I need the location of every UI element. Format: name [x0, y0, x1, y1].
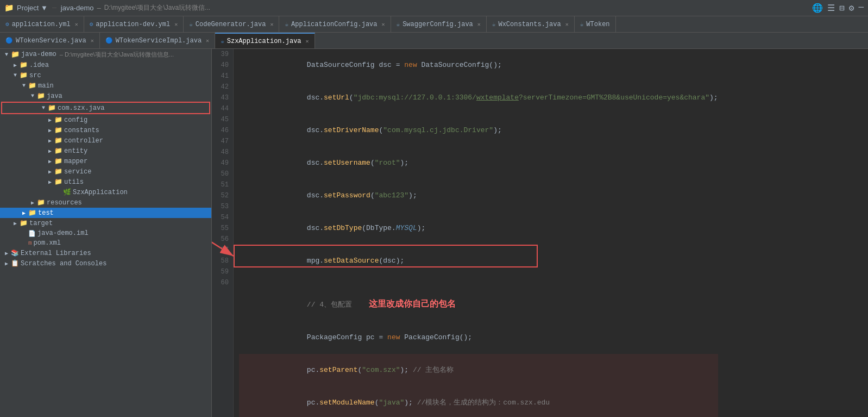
project-icon: 📁 — [4, 3, 14, 13]
tree-item-label: utils — [64, 178, 84, 186]
tree-item-iml[interactable]: ▶ 📄 java-demo.iml — [0, 228, 211, 238]
folder-icon-yellow: 📁 — [54, 157, 62, 165]
tab-close[interactable]: ✕ — [75, 21, 78, 28]
minus-icon[interactable]: ─ — [858, 3, 864, 14]
tab-wtokenservice[interactable]: 🔵 WTokenService.java ✕ — [0, 33, 100, 49]
tab-label: WToken — [586, 21, 609, 28]
folder-icon: 📁 — [11, 50, 20, 59]
tree-item-scratches[interactable]: ▶ 📋 Scratches and Consoles — [0, 258, 211, 269]
yml-icon-dev: ⚙ — [90, 21, 93, 28]
toolbar-icons: 🌐 ☰ ⊟ ⚙ ─ — [812, 3, 864, 14]
java-icon-active: ☕ — [221, 38, 224, 45]
code-line-41: dsc.setDriverName("com.mysql.cj.jdbc.Dri… — [239, 114, 718, 147]
tree-item-constants[interactable]: ▶ 📁 constants — [0, 125, 211, 135]
tab-label: WTokenServiceImpl.java — [116, 37, 202, 45]
arrow-right: ▶ — [46, 169, 54, 175]
tree-item-config[interactable]: ▶ 📁 config — [0, 115, 211, 125]
tab-close[interactable]: ✕ — [306, 38, 309, 45]
folder-icon: 📁 — [20, 61, 28, 69]
code-editor[interactable]: 39 40 41 42 43 44 45 46 47 48 49 50 51 5… — [212, 49, 868, 417]
folder-icon-blue: 📁 — [37, 92, 45, 100]
tab-szxapplication[interactable]: ☕ SzxApplication.java ✕ — [215, 33, 315, 49]
project-path-short: – D:\mygitee\项目大全\Java玩转微信信息... — [60, 51, 174, 59]
tree-item-main[interactable]: ▼ 📁 main — [0, 80, 211, 91]
interface-icon: 🔵 — [105, 37, 113, 44]
tree-item-pom[interactable]: ▶ m pom.xml — [0, 238, 211, 248]
ide-window: 📁 Project ▼ ─ java-demo – D:\mygitee\项目大… — [0, 0, 868, 417]
folder-icon-yellow: 📁 — [20, 219, 28, 227]
tree-item-label: src — [29, 72, 41, 79]
tree-item-java[interactable]: ▼ 📁 java — [0, 91, 211, 101]
code-line-44: dsc.setDbType(DbType.MYSQL); — [239, 212, 718, 245]
tab-close[interactable]: ✕ — [477, 21, 481, 28]
maven-icon: m — [28, 240, 32, 246]
tree-item-external-libs[interactable]: ▶ 📚 External Libraries — [0, 248, 211, 258]
tree-item-src[interactable]: ▼ 📁 src — [0, 70, 211, 80]
spring-icon: 🌿 — [63, 188, 71, 196]
arrow-right: ▶ — [46, 127, 54, 134]
arrow-down: ▼ — [2, 52, 11, 58]
globe-icon[interactable]: 🌐 — [812, 3, 823, 14]
tree-item-label: main — [38, 82, 54, 90]
path-separator: – — [97, 4, 100, 12]
tab-appconfig[interactable]: ☕ ApplicationConfig.java ✕ — [279, 16, 391, 33]
tree-item-label: .idea — [29, 61, 49, 69]
split-icon[interactable]: ⊟ — [839, 3, 845, 14]
tree-item-mapper[interactable]: ▶ 📁 mapper — [0, 156, 211, 166]
tree-item-utils[interactable]: ▶ 📁 utils — [0, 177, 211, 187]
code-container: 39 40 41 42 43 44 45 46 47 48 49 50 51 5… — [212, 49, 868, 417]
tab-close[interactable]: ✕ — [91, 38, 94, 44]
tab-close[interactable]: ✕ — [565, 21, 569, 28]
tree-item-controller[interactable]: ▶ 📁 controller — [0, 135, 211, 146]
tab-close[interactable]: ✕ — [206, 38, 209, 44]
title-bar-left: 📁 Project ▼ ─ java-demo – D:\mygitee\项目大… — [4, 3, 210, 13]
tree-item-label: java-demo — [21, 51, 56, 58]
tree-item-label: test — [38, 209, 54, 217]
tree-item-label: config — [64, 116, 87, 124]
folder-icon-yellow: 📁 — [54, 167, 62, 176]
arrow-right: ▶ — [2, 260, 11, 267]
java-icon: ☕ — [492, 21, 496, 28]
arrow-right: ▶ — [46, 148, 54, 154]
separator1: ─ — [52, 4, 56, 12]
arrow-down: ▼ — [39, 105, 48, 111]
yml-icon: ⚙ — [5, 21, 9, 28]
java-icon: ☕ — [285, 21, 288, 28]
project-label[interactable]: Project ▼ — [17, 4, 48, 12]
tree-item-service[interactable]: ▶ 📁 service — [0, 166, 211, 177]
tree-item-label: target — [29, 220, 53, 227]
tree-item-idea[interactable]: ▶ 📁 .idea — [0, 60, 211, 70]
tree-item-szxapplication[interactable]: ▶ 🌿 SzxApplication — [0, 187, 211, 197]
tab-close[interactable]: ✕ — [270, 21, 273, 28]
tab-application-yml[interactable]: ⚙ application.yml ✕ — [0, 16, 84, 33]
tab-application-dev-yml[interactable]: ⚙ application-dev.yml ✕ — [84, 16, 184, 33]
tree-item-entity[interactable]: ▶ 📁 entity — [0, 146, 211, 156]
tree-item-com-szx-java[interactable]: ▼ 📁 com.szx.java — [1, 102, 210, 114]
tree-item-java-demo[interactable]: ▼ 📁 java-demo – D:\mygitee\项目大全\Java玩转微信… — [0, 49, 211, 60]
tab-close[interactable]: ✕ — [174, 21, 178, 28]
arrow-right: ▶ — [2, 250, 11, 257]
tree-item-test[interactable]: ▶ 📁 test — [0, 208, 211, 218]
tab-bar-2: 🔵 WTokenService.java ✕ 🔵 WTokenServiceIm… — [0, 33, 868, 49]
file-tree-sidebar: ▼ 📁 java-demo – D:\mygitee\项目大全\Java玩转微信… — [0, 49, 212, 417]
libs-icon: 📚 — [11, 249, 19, 257]
title-bar: 📁 Project ▼ ─ java-demo – D:\mygitee\项目大… — [0, 0, 868, 16]
gear-icon[interactable]: ⚙ — [849, 3, 854, 14]
tab-swagger[interactable]: ☕ SwaggerConfig.java ✕ — [391, 16, 487, 33]
tab-wtoken-last[interactable]: ☕ WToken — [575, 16, 616, 33]
tab-wxconstants[interactable]: ☕ WxConstants.java ✕ — [487, 16, 575, 33]
tree-item-label: java — [47, 92, 62, 100]
folder-icon-yellow: 📁 — [54, 126, 62, 134]
tab-codegen[interactable]: ☕ CodeGenerator.java ✕ — [184, 16, 279, 33]
tab-wtokenserviceimpl[interactable]: 🔵 WTokenServiceImpl.java ✕ — [100, 33, 215, 49]
code-lines: DataSourceConfig dsc = new DataSourceCon… — [234, 49, 724, 417]
code-line-47: // 4、包配置 这里改成你自己的包名 — [239, 288, 718, 321]
code-line-45: mpg.setDataSource(dsc); — [239, 245, 718, 277]
tree-item-target[interactable]: ▶ 📁 target — [0, 218, 211, 228]
tab-label: application.yml — [12, 21, 71, 28]
tree-item-resources[interactable]: ▶ 📁 resources — [0, 197, 211, 208]
tab-close[interactable]: ✕ — [382, 21, 385, 28]
tree-item-label: pom.xml — [34, 239, 61, 247]
code-line-48: PackageConfig pc = new PackageConfig(); — [239, 321, 718, 354]
list-icon[interactable]: ☰ — [827, 3, 835, 14]
